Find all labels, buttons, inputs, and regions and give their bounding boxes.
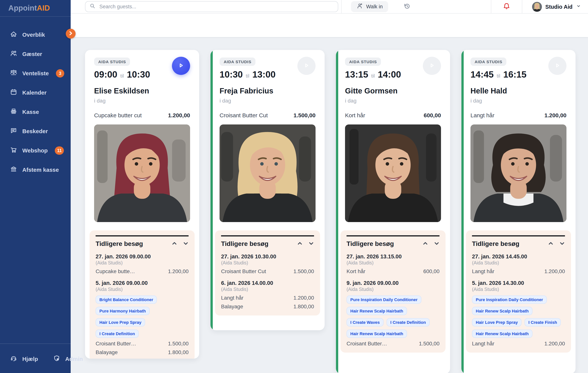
play-icon (177, 61, 185, 71)
sidebar-item-beskeder[interactable]: Beskeder (0, 121, 71, 141)
sidebar-expand-button[interactable] (66, 29, 76, 39)
visit-entry: 27. jan. 2026 14.45.00 (Aida Studis) Lan… (472, 253, 565, 274)
collapse-up-button[interactable] (548, 241, 554, 247)
appointment-time: 13:15 til 14:00 (345, 69, 401, 80)
waitlist-icon (10, 69, 17, 77)
start-appointment-button[interactable] (297, 57, 315, 75)
service-name: Cupcake butter cut (94, 112, 142, 118)
sidebar-item-kalender[interactable]: Kalender (0, 83, 71, 102)
date-navigation-band (71, 14, 588, 37)
notifications-button[interactable] (491, 0, 522, 13)
search-input[interactable] (99, 3, 334, 10)
collapse-down-button[interactable] (308, 241, 314, 247)
guests-icon (10, 50, 17, 58)
sidebar: AppointAID Overblik Gæster Venteliste 3 … (0, 0, 71, 373)
visit-service-name: Balayage (96, 349, 118, 355)
walk-in-button[interactable]: Walk in (351, 1, 388, 12)
sidebar-item-webshop[interactable]: Webshop 11 (0, 141, 71, 160)
visit-service-name: Croisant Butter Cut (221, 268, 266, 274)
collapse-up-button[interactable] (422, 241, 428, 247)
collapse-down-button[interactable] (559, 241, 565, 247)
product-tag: Pure Inspiration Daily Conditioner (346, 296, 421, 304)
collapse-down-button[interactable] (434, 241, 440, 247)
visit-location: (Aida Studis) (472, 287, 565, 292)
visit-entry: 27. jan. 2026 09.00.00 (Aida Studis) Cup… (96, 253, 189, 274)
sidebar-item-hjaelp[interactable]: Hjælp Admin (0, 349, 71, 368)
waitlist-count-badge: 3 (56, 69, 64, 77)
product-tag: Hair Renew Scalp Hairbath (472, 329, 533, 338)
appointment-card[interactable]: AIDA STUDIS 14:45 til 16:15 Helle Hald i… (462, 50, 576, 373)
appointment-card[interactable]: AIDA STUDIS 10:30 til 13:00 Freja Fabric… (210, 50, 325, 330)
visit-service-price: 1.500,00 (168, 340, 189, 347)
play-icon (553, 61, 562, 71)
visit-entry: 5. jan. 2026 14.30.00 (Aida Studis) Pure… (472, 280, 565, 347)
relative-day-label: i dag (345, 98, 441, 104)
start-appointment-button[interactable] (548, 57, 567, 75)
customer-name: Freja Fabricius (220, 87, 315, 95)
collapse-down-button[interactable] (183, 241, 189, 247)
appointment-card[interactable]: AIDA STUDIS 09:00 til 10:30 Elise Eskild… (85, 50, 199, 359)
history-clock-icon (403, 2, 411, 11)
sidebar-item-venteliste[interactable]: Venteliste 3 (0, 64, 71, 83)
visit-service-line: Kort hår600,00 (346, 268, 440, 274)
previous-visits-title: Tidligere besøg (221, 240, 269, 248)
sidebar-item-label: Webshop (22, 147, 48, 154)
visit-service-name: Croisant Butter… (346, 340, 387, 347)
product-tags: Pure Inspiration Daily Conditioner Hair … (346, 296, 440, 338)
sidebar-item-overblik[interactable]: Overblik (0, 25, 71, 44)
sidebar-item-label: Afstem kasse (22, 166, 59, 173)
sidebar-item-afstem-kasse[interactable]: Afstem kasse (0, 160, 71, 179)
home-icon (10, 30, 17, 39)
sidebar-item-label: Hjælp (22, 356, 38, 362)
customer-name: Helle Hald (471, 87, 567, 95)
headset-icon (10, 354, 17, 363)
appointment-card[interactable]: AIDA STUDIS 13:15 til 14:00 Gitte Gormse… (336, 50, 450, 373)
product-tag: Pure Harmony Hairbath (96, 307, 150, 315)
customer-name: Elise Eskildsen (94, 87, 190, 95)
visit-service-line: Cupcake butte…1.200,00 (96, 268, 189, 274)
product-tag: Bright Balance Conditioner (96, 296, 157, 304)
sidebar-item-admin[interactable]: Admin (43, 349, 87, 368)
studio-chip: AIDA STUDIS (345, 57, 381, 66)
sidebar-item-kasse[interactable]: Kasse (0, 102, 71, 121)
previous-visits-section: Tidligere besøg 27. jan. 2026 09.00.00 (… (90, 230, 195, 359)
product-tag: Hair Renew Scalp Hairbath (346, 329, 407, 338)
visit-service-line: Langt hår1.200,00 (472, 268, 565, 274)
sidebar-item-gaester[interactable]: Gæster (0, 44, 71, 64)
product-tag: I Create Waves (346, 318, 384, 327)
visit-datetime: 27. jan. 2026 14.45.00 (472, 253, 565, 260)
visit-entry: 5. jan. 2026 09.00.00 (Aida Studis) Brig… (96, 280, 189, 355)
product-tag: Hair Love Prep Spray (96, 318, 145, 327)
start-appointment-button[interactable] (423, 57, 441, 75)
appointment-cards: AIDA STUDIS 09:00 til 10:30 Elise Eskild… (71, 37, 588, 373)
previous-visits-section: Tidligere besøg 27. jan. 2026 14.45.00 (… (466, 230, 571, 352)
visit-location: (Aida Studis) (346, 287, 440, 292)
visit-datetime: 6. jan. 2026 14.00.00 (221, 280, 314, 286)
visit-service-name: Langt hår (221, 295, 243, 301)
appointment-time: 14:45 til 16:15 (471, 69, 526, 80)
collapse-up-button[interactable] (172, 241, 177, 247)
visit-datetime: 9. jan. 2026 09.00.00 (346, 280, 440, 286)
account-menu[interactable]: Studio Aid (522, 0, 588, 13)
chevron-right-icon (68, 31, 73, 37)
account-name: Studio Aid (545, 4, 573, 10)
service-name: Kort hår (345, 112, 365, 118)
visit-service-name: Langt hår (472, 340, 494, 347)
collapse-up-button[interactable] (297, 241, 303, 247)
visit-datetime: 5. jan. 2026 09.00.00 (96, 280, 189, 286)
start-time: 14:45 (471, 69, 494, 80)
topbar: Walk in Studio Aid (71, 0, 588, 14)
shield-icon (53, 354, 60, 363)
product-tag: Hair Love Prep Spray (472, 318, 522, 327)
avatar (532, 2, 542, 11)
til-label: til (371, 73, 375, 79)
start-appointment-button[interactable] (172, 57, 190, 75)
customer-photo (471, 124, 567, 222)
recent-history-button[interactable] (403, 2, 411, 11)
app-logo: AppointAID (0, 0, 71, 17)
previous-visits-section: Tidligere besøg 27. jan. 2026 10.30.00 (… (215, 230, 320, 316)
sidebar-item-label: Beskeder (22, 128, 48, 134)
service-name: Croisant Butter Cut (220, 112, 268, 118)
end-time: 16:15 (503, 69, 527, 80)
studio-chip: AIDA STUDIS (220, 57, 256, 66)
